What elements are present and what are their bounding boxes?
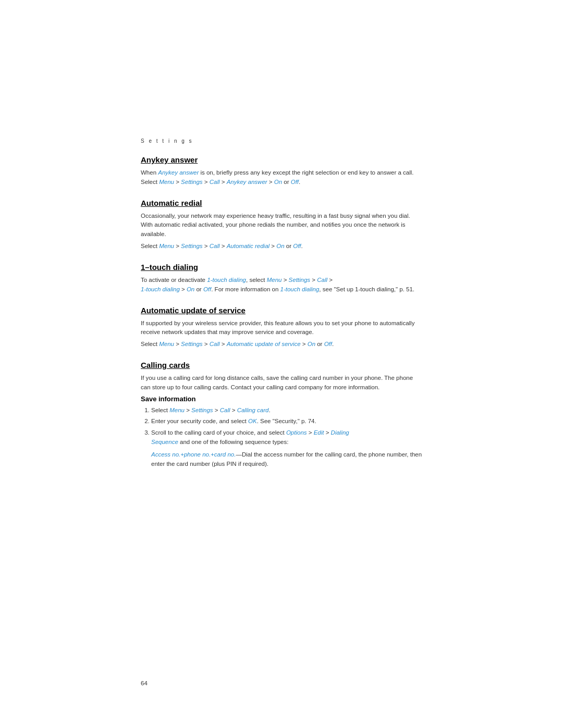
automatic-update-select: Select Menu > Settings > Call > Automati… [141,340,422,349]
otd-settings-link: Settings [289,277,311,283]
step3-options-link: Options [286,429,307,436]
one-touch-dialing-title: 1–touch dialing [141,263,422,272]
step1-sep3: > [230,407,237,413]
otd-link3: 1-touch dialing [280,286,320,292]
otd-sep2: > [310,277,317,283]
step1-callingcard-link: Calling card [237,407,269,413]
otd-off-link: Off [203,286,211,292]
anykey-sep1: > [174,179,181,185]
anykey-menu-link: Menu [159,179,174,185]
step3-access-detail: Access no.+phone no.+card no.—Dial the a… [151,450,422,469]
save-info-step1: Select Menu > Settings > Call > Calling … [151,406,422,415]
otd-menu-link: Menu [267,277,282,283]
step2-end: . See "Security," p. 74. [257,418,316,424]
save-info-step2: Enter your security code, and select OK.… [151,417,422,426]
otd-sep3: > [327,277,333,283]
step3-sep2: > [324,429,331,436]
page-number: 64 [141,680,148,686]
step3-edit-link: Edit [314,429,324,436]
step1-menu-link: Menu [169,407,185,413]
section-anykey-answer: Anykey answer When Anykey answer is on, … [141,155,422,187]
ar-sep1: > [174,243,181,249]
otd-sep4: > [180,286,187,292]
otd-link2: 1-touch dialing [141,286,180,292]
ar-call-link: Call [210,243,220,249]
otd-body1: To activate or deactivate [141,277,207,283]
au-call-link: Call [210,341,220,347]
anykey-answer-link2: Anykey answer [227,179,267,185]
anykey-sep3: > [220,179,227,185]
anykey-sep4: > [267,179,274,185]
otd-call-link: Call [317,277,327,283]
automatic-redial-body: Occasionally, your network may experienc… [141,212,422,239]
save-info-list: Select Menu > Settings > Call > Calling … [141,406,422,469]
au-select-text: Select [141,341,159,347]
step1-sep2: > [213,407,220,413]
au-sep1: > [174,341,181,347]
step3-sep1: > [307,429,314,436]
anykey-off-link: Off [291,179,299,185]
otd-body4: , see "Set up 1-touch dialing," p. 51. [319,286,414,292]
ar-or: or [285,243,293,249]
au-end: . [332,341,334,347]
ar-end: . [301,243,303,249]
section-calling-cards: Calling cards If you use a calling card … [141,361,422,469]
au-settings-link: Settings [181,341,203,347]
section-automatic-redial: Automatic redial Occasionally, your netw… [141,199,422,251]
otd-or: or [194,286,203,292]
automatic-update-title: Automatic update of service [141,306,422,315]
otd-on-link: On [187,286,194,292]
ar-autoredial-link: Automatic redial [227,243,270,249]
otd-body3: . For more information on [211,286,280,292]
one-touch-dialing-body: To activate or deactivate 1-touch dialin… [141,276,422,294]
au-on-link: On [308,341,315,347]
ar-sep3: > [220,243,227,249]
content-area: S e t t i n g s Anykey answer When Anyke… [141,138,422,480]
save-information-title: Save information [141,395,422,403]
settings-label: S e t t i n g s [141,138,422,144]
anykey-answer-title: Anykey answer [141,155,422,164]
save-info-step3: Scroll to the calling card of your choic… [151,428,422,468]
anykey-or-text: or [282,179,291,185]
automatic-redial-select: Select Menu > Settings > Call > Automati… [141,242,422,251]
anykey-body-text1: When [141,169,158,176]
otd-body2: , select [246,277,267,283]
ar-sep2: > [203,243,210,249]
calling-cards-title: Calling cards [141,361,422,369]
anykey-answer-body: When Anykey answer is on, briefly press … [141,168,422,187]
ar-settings-link: Settings [181,243,203,249]
anykey-call-link: Call [210,179,220,185]
anykey-answer-link1: Anykey answer [158,169,199,176]
access-text: Access no.+phone no.+card no.—Dial the a… [151,450,422,469]
automatic-update-body: If supported by your wireless service pr… [141,319,422,338]
anykey-on-link: On [274,179,282,185]
step2-pre: Enter your security code, and select [151,418,248,424]
step1-pre: Select [151,407,169,413]
access-link: Access no.+phone no.+card no. [151,451,236,458]
step1-end: . [268,407,270,413]
au-autoupdate-link: Automatic update of service [227,341,301,347]
section-automatic-update: Automatic update of service If supported… [141,306,422,349]
au-sep2: > [203,341,210,347]
ar-select-text: Select [141,243,159,249]
au-sep4: > [301,341,308,347]
au-sep3: > [220,341,227,347]
ar-on-link: On [276,243,284,249]
automatic-redial-title: Automatic redial [141,199,422,207]
otd-link1: 1-touch dialing [207,277,246,283]
step3-end: and one of the following sequence types: [178,439,289,445]
ar-off-link: Off [293,243,301,249]
step1-settings-link: Settings [191,407,213,413]
step1-call-link: Call [220,407,230,413]
anykey-sep2: > [203,179,210,185]
au-or: or [315,341,324,347]
calling-cards-body: If you use a calling card for long dista… [141,374,422,392]
step1-sep1: > [185,407,191,413]
page: S e t t i n g s Anykey answer When Anyke… [0,0,563,728]
anykey-end: . [299,179,300,185]
au-off-link: Off [324,341,332,347]
ar-menu-link: Menu [159,243,174,249]
otd-sep1: > [282,277,288,283]
step2-ok-link: OK [248,418,257,424]
step3-pre: Scroll to the calling card of your choic… [151,429,286,436]
